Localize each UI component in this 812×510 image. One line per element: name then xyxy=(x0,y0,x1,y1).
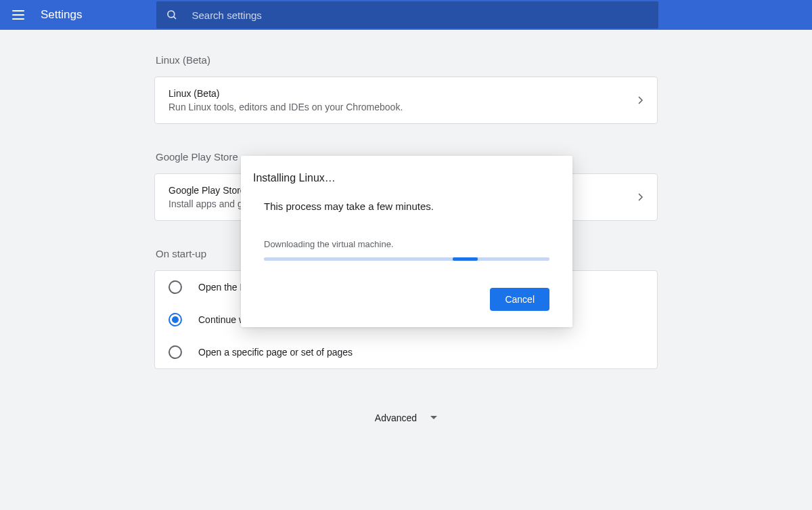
svg-point-0 xyxy=(168,11,175,18)
svg-line-1 xyxy=(174,16,177,19)
radio-icon xyxy=(168,280,182,294)
install-linux-dialog: Installing Linux… This process may take … xyxy=(241,156,572,327)
dialog-message: This process may take a few minutes. xyxy=(264,200,549,212)
radio-icon xyxy=(168,345,182,359)
search-container[interactable] xyxy=(156,1,658,28)
cancel-button[interactable]: Cancel xyxy=(490,288,549,311)
dialog-status: Downloading the virtual machine. xyxy=(264,239,549,249)
section-title-linux: Linux (Beta) xyxy=(154,54,658,66)
dialog-actions: Cancel xyxy=(264,288,549,311)
menu-icon[interactable] xyxy=(12,10,24,20)
radio-icon xyxy=(168,313,182,326)
startup-option-label: Open a specific page or set of pages xyxy=(198,347,353,358)
progress-bar xyxy=(264,257,549,261)
linux-row-title: Linux (Beta) xyxy=(168,88,638,99)
chevron-right-icon xyxy=(638,193,644,201)
advanced-toggle[interactable]: Advanced xyxy=(154,396,658,440)
startup-option-specific[interactable]: Open a specific page or set of pages xyxy=(155,336,657,368)
settings-header: Settings xyxy=(0,0,812,30)
page-title: Settings xyxy=(41,8,82,22)
chevron-down-icon xyxy=(430,416,437,420)
progress-indicator xyxy=(453,257,478,261)
linux-row[interactable]: Linux (Beta) Run Linux tools, editors an… xyxy=(155,77,657,123)
chevron-right-icon xyxy=(638,96,644,104)
search-input[interactable] xyxy=(191,9,649,21)
linux-row-subtitle: Run Linux tools, editors and IDEs on you… xyxy=(168,102,638,112)
dialog-title: Installing Linux… xyxy=(253,172,549,184)
advanced-label: Advanced xyxy=(375,412,417,423)
search-icon xyxy=(166,9,178,21)
linux-card: Linux (Beta) Run Linux tools, editors an… xyxy=(154,77,658,124)
